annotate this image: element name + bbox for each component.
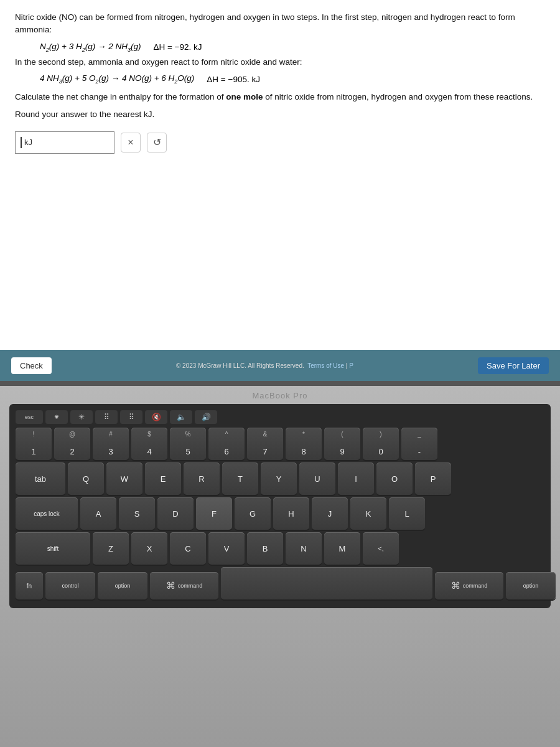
option-key-right[interactable]: option [506,572,556,599]
key-e[interactable]: E [145,463,181,495]
clear-button[interactable]: × [121,133,141,153]
touch-bar-row: esc ⁕ ✳ ⠿ ⠿ 🔇 🔈 🔊 [16,410,544,424]
equation-1: N2(g) + 3 H2(g) → 2 NH3(g) [40,42,141,53]
key-3[interactable]: # 3 [93,428,129,460]
macbook-label: MacBook Pro [252,386,307,404]
text-cursor [21,137,22,148]
command-key-right[interactable]: ⌘ command [435,572,503,599]
spacebar[interactable] [221,567,432,599]
key-6[interactable]: ^ 6 [208,428,245,460]
key-f[interactable]: F [196,497,232,530]
unit-label: kJ [24,138,32,147]
check-button[interactable]: Check [11,357,52,374]
key-c[interactable]: C [170,532,206,565]
caps-lock-key[interactable]: caps lock [16,497,78,530]
bottom-row: fn control option ⌘ command ⌘ command op… [16,567,544,599]
key-l[interactable]: L [389,497,425,530]
key-v[interactable]: V [208,532,245,565]
key-s[interactable]: S [119,497,155,530]
key-g[interactable]: G [235,497,271,530]
volume-up-icon[interactable]: 🔊 [195,410,217,424]
answer-row: kJ × ↺ [15,131,545,154]
key-n[interactable]: N [286,532,322,565]
key-8[interactable]: * 8 [286,428,322,460]
key-y[interactable]: Y [261,463,297,495]
refresh-button[interactable]: ↺ [147,133,167,153]
terms-link[interactable]: Terms of Use [307,362,344,369]
mute-icon[interactable]: 🔇 [145,410,167,424]
key-o[interactable]: O [376,463,413,495]
brightness-up-icon[interactable]: ✳ [70,410,93,424]
key-u[interactable]: U [299,463,335,495]
bottom-bar: Check © 2023 McGraw Hill LLC. All Rights… [0,350,560,381]
key-comma[interactable]: < , [363,532,399,565]
key-2[interactable]: @ 2 [54,428,90,460]
intro-text: Nitric oxide (NO) can be formed from nit… [15,11,545,37]
key-t[interactable]: T [222,463,258,495]
key-z[interactable]: Z [93,532,129,565]
macbook-body: MacBook Pro esc ⁕ ✳ ⠿ ⠿ 🔇 🔈 🔊 ! 1 @ 2 # [0,386,560,747]
key-k[interactable]: K [350,497,386,530]
copyright-text: © 2023 McGraw Hill LLC. All Rights Reser… [64,362,465,369]
key-i[interactable]: I [338,463,374,495]
tab-key[interactable]: tab [16,463,65,495]
key-9[interactable]: ( 9 [324,428,360,460]
key-4[interactable]: $ 4 [131,428,167,460]
key-h[interactable]: H [273,497,309,530]
key-5[interactable]: % 5 [170,428,206,460]
step2-text: In the second step, ammonia and oxygen r… [15,56,545,68]
answer-input[interactable]: kJ [15,131,114,154]
key-r[interactable]: R [184,463,220,495]
option-key-left[interactable]: option [98,572,147,599]
key-m[interactable]: M [324,532,360,565]
esc-key[interactable]: esc [16,410,43,424]
dh-2: ΔH = −905. kJ [207,75,260,84]
control-key[interactable]: control [45,572,95,599]
key-d[interactable]: D [157,497,194,530]
asdf-row: caps lock A S D F G H J K L [16,497,544,530]
task-text: Calculate the net change in enthalpy for… [15,91,545,103]
volume-down-icon[interactable]: 🔈 [170,410,192,424]
key-1[interactable]: ! 1 [16,428,52,460]
equation-1-block: N2(g) + 3 H2(g) → 2 NH3(g) ΔH = −92. kJ [40,42,545,53]
number-row: ! 1 @ 2 # 3 $ 4 % 5 ^ 6 [16,428,544,460]
key-q[interactable]: Q [68,463,104,495]
key-p[interactable]: P [415,463,451,495]
key-x[interactable]: X [131,532,167,565]
fn-key[interactable]: fn [16,572,43,599]
keyboard: esc ⁕ ✳ ⠿ ⠿ 🔇 🔈 🔊 ! 1 @ 2 # 3 $ [9,404,551,608]
brightness-down-icon[interactable]: ⁕ [45,410,68,424]
key-b[interactable]: B [247,532,283,565]
command-key-left[interactable]: ⌘ command [150,572,218,599]
equation-2-block: 4 NH3(g) + 5 O2(g) → 4 NO(g) + 6 H2O(g) … [40,73,545,85]
key-7[interactable]: & 7 [247,428,283,460]
qwerty-row: tab Q W E R T Y U I O P [16,463,544,495]
zxcv-row: shift Z X C V B N M < , [16,532,544,565]
key-0[interactable]: ) 0 [363,428,399,460]
round-text: Round your answer to the nearest kJ. [15,108,545,121]
dh-1: ΔH = −92. kJ [153,42,202,52]
privacy-link[interactable]: P [349,362,353,369]
shift-left-key[interactable]: shift [16,532,90,565]
save-button[interactable]: Save For Later [478,357,549,374]
key-j[interactable]: J [312,497,348,530]
screen-content: Nitric oxide (NO) can be formed from nit… [0,0,560,381]
key-a[interactable]: A [80,497,116,530]
launchpad-icon[interactable]: ⠿ [120,410,142,424]
screen: Nitric oxide (NO) can be formed from nit… [0,0,560,386]
mission-control-icon[interactable]: ⠿ [95,410,118,424]
equation-2: 4 NH3(g) + 5 O2(g) → 4 NO(g) + 6 H2O(g) [40,73,194,85]
key-w[interactable]: W [106,463,142,495]
key-dash[interactable]: _ - [401,428,437,460]
